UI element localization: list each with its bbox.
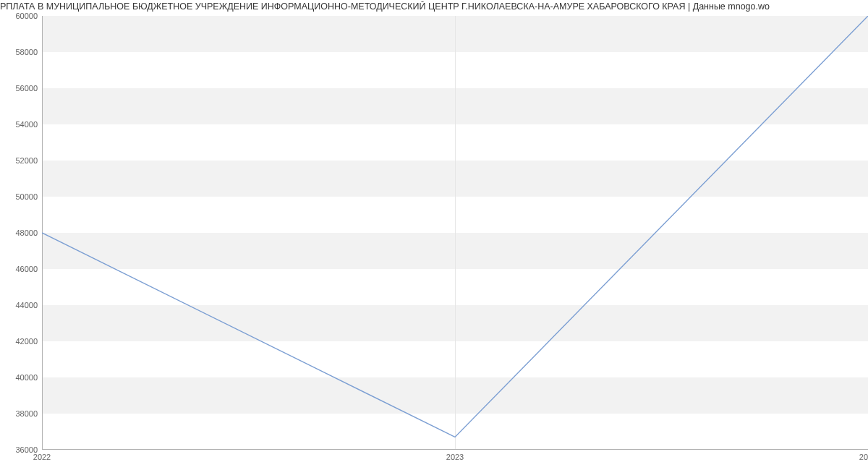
plot-area bbox=[42, 16, 868, 450]
y-tick-label: 54000 bbox=[15, 120, 38, 129]
y-tick-label: 40000 bbox=[15, 373, 38, 382]
y-tick-label: 52000 bbox=[15, 156, 38, 165]
y-tick-label: 44000 bbox=[15, 301, 38, 309]
x-tick-label: 2023 bbox=[446, 453, 464, 461]
chart-title: РПЛАТА В МУНИЦИПАЛЬНОЕ БЮДЖЕТНОЕ УЧРЕЖДЕ… bbox=[0, 1, 868, 12]
y-tick-label: 58000 bbox=[15, 48, 38, 56]
y-tick-label: 60000 bbox=[15, 12, 38, 20]
y-tick-label: 46000 bbox=[15, 265, 38, 273]
y-tick-label: 50000 bbox=[15, 192, 38, 201]
y-tick-label: 56000 bbox=[15, 84, 38, 93]
y-tick-label: 38000 bbox=[15, 409, 38, 418]
data-line bbox=[42, 16, 868, 450]
y-tick-label: 48000 bbox=[15, 228, 38, 237]
x-tick-label: 2024 bbox=[859, 453, 868, 461]
y-tick-label: 42000 bbox=[15, 337, 38, 346]
x-tick-label: 2022 bbox=[33, 453, 51, 461]
